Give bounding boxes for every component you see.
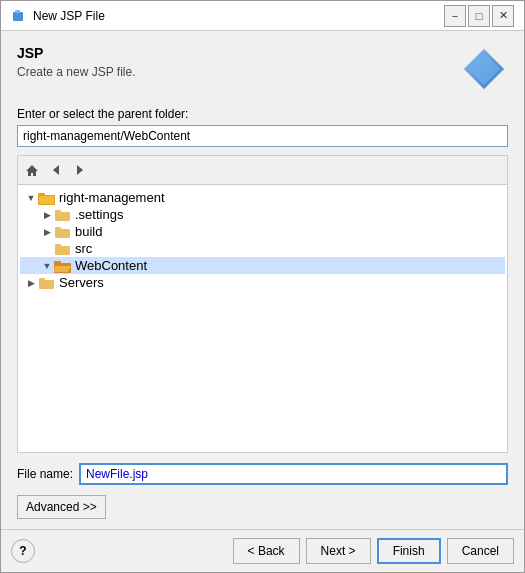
- forward-nav-button[interactable]: [70, 160, 90, 180]
- maximize-button[interactable]: □: [468, 5, 490, 27]
- button-bar: ? < Back Next > Finish Cancel: [1, 529, 524, 572]
- svg-marker-4: [468, 53, 500, 85]
- svg-rect-21: [39, 278, 45, 281]
- minimize-button[interactable]: −: [444, 5, 466, 27]
- svg-rect-11: [55, 212, 70, 221]
- file-name-row: File name:: [17, 463, 508, 485]
- expand-icon: ▶: [24, 276, 38, 290]
- forward-icon: [73, 163, 87, 177]
- svg-rect-1: [15, 10, 20, 13]
- svg-rect-15: [55, 246, 70, 255]
- svg-rect-0: [13, 12, 23, 21]
- svg-rect-16: [55, 244, 61, 247]
- title-bar: New JSP File − □ ✕: [1, 1, 524, 31]
- svg-rect-12: [55, 210, 61, 213]
- project-icon: [38, 191, 56, 205]
- home-button[interactable]: [22, 160, 42, 180]
- tree-label: Servers: [59, 275, 104, 290]
- folder-icon: [54, 242, 72, 256]
- svg-marker-6: [53, 165, 59, 175]
- tree-item-webcontent[interactable]: ▼ WebContent: [20, 257, 505, 274]
- header-text: JSP Create a new JSP file.: [17, 45, 136, 79]
- file-name-label: File name:: [17, 467, 73, 481]
- help-button[interactable]: ?: [11, 539, 35, 563]
- tree-item-src[interactable]: src: [20, 240, 505, 257]
- tree-label: src: [75, 241, 92, 256]
- folder-tree[interactable]: ▼ right-management ▶: [17, 184, 508, 453]
- header-section: JSP Create a new JSP file.: [17, 45, 508, 93]
- svg-rect-14: [55, 227, 61, 230]
- tree-label: .settings: [75, 207, 123, 222]
- page-title: JSP: [17, 45, 136, 61]
- expand-icon: ▼: [40, 259, 54, 273]
- file-name-input[interactable]: [79, 463, 508, 485]
- expand-icon: ▼: [24, 191, 38, 205]
- back-icon: [49, 163, 63, 177]
- svg-rect-20: [39, 280, 54, 289]
- expand-icon: ▶: [40, 208, 54, 222]
- next-button[interactable]: Next >: [306, 538, 371, 564]
- expand-icon: ▶: [40, 225, 54, 239]
- title-bar-left: New JSP File: [11, 8, 105, 24]
- svg-marker-5: [26, 165, 38, 176]
- dialog-icon: [11, 8, 27, 24]
- advanced-button[interactable]: Advanced >>: [17, 495, 106, 519]
- back-nav-button[interactable]: [46, 160, 66, 180]
- tree-label: build: [75, 224, 102, 239]
- tree-item-servers[interactable]: ▶ Servers: [20, 274, 505, 291]
- tree-item-settings[interactable]: ▶ .settings: [20, 206, 505, 223]
- svg-rect-10: [39, 196, 54, 204]
- folder-icon: [54, 208, 72, 222]
- page-description: Create a new JSP file.: [17, 65, 136, 79]
- folder-path-input[interactable]: [17, 125, 508, 147]
- main-content: JSP Create a new JSP file.: [1, 31, 524, 529]
- folder-label: Enter or select the parent folder:: [17, 107, 508, 121]
- tree-item-build[interactable]: ▶ build: [20, 223, 505, 240]
- folder-icon: [54, 225, 72, 239]
- tree-toolbar: [17, 155, 508, 184]
- folder-open-icon: [54, 259, 72, 273]
- svg-rect-13: [55, 229, 70, 238]
- svg-rect-18: [54, 261, 61, 264]
- dialog: New JSP File − □ ✕ JSP Create a new JSP …: [0, 0, 525, 573]
- advanced-section: Advanced >>: [17, 485, 508, 519]
- header-icon: [460, 45, 508, 93]
- tree-label: right-management: [59, 190, 165, 205]
- expand-icon: [40, 242, 54, 256]
- back-button[interactable]: < Back: [233, 538, 300, 564]
- svg-rect-9: [38, 193, 45, 196]
- svg-marker-7: [77, 165, 83, 175]
- window-controls: − □ ✕: [444, 5, 514, 27]
- folder-icon: [38, 276, 56, 290]
- svg-marker-19: [54, 266, 71, 272]
- tree-label: WebContent: [75, 258, 147, 273]
- close-button[interactable]: ✕: [492, 5, 514, 27]
- finish-button[interactable]: Finish: [377, 538, 441, 564]
- home-icon: [25, 163, 39, 177]
- cancel-button[interactable]: Cancel: [447, 538, 514, 564]
- dialog-title: New JSP File: [33, 9, 105, 23]
- tree-item-right-management[interactable]: ▼ right-management: [20, 189, 505, 206]
